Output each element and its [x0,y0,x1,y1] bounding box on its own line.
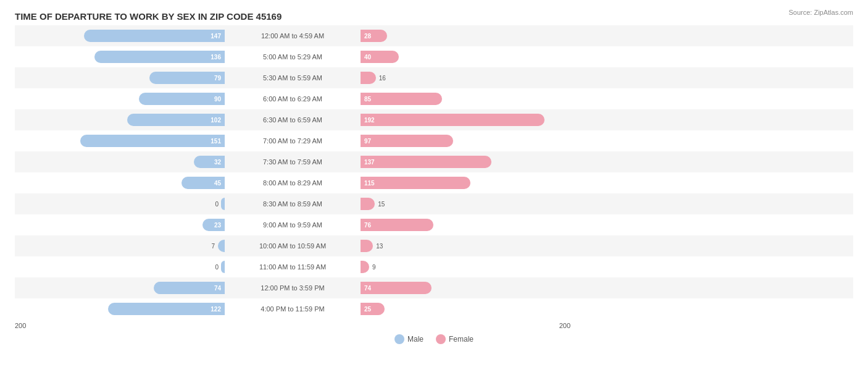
chart-row: 1026:30 AM to 6:59 AM192 [15,109,853,130]
female-bar: 97 [361,135,453,147]
female-bar-label-outside: 15 [375,201,385,208]
female-section: 97 [361,130,570,151]
male-bar-label: 23 [214,222,221,229]
male-section: 79 [15,67,225,88]
male-bar-label: 151 [211,138,221,145]
female-bar-label: 137 [364,159,375,166]
male-bar: 136 [94,51,225,63]
female-section: 9 [361,256,570,277]
male-section: 102 [15,109,225,130]
time-label: 12:00 PM to 3:59 PM [225,284,361,292]
axis-right-val: 200 [559,322,570,329]
time-label: 4:00 PM to 11:59 PM [225,305,361,313]
male-bar: 122 [108,303,225,315]
source-text: Source: ZipAtlas.com [788,9,853,16]
chart-row: 710:00 AM to 10:59 AM13 [15,235,853,256]
female-bar: 15 [361,198,375,210]
female-section: 40 [361,46,570,67]
female-bar-label: 40 [364,54,371,61]
female-bar-label: 97 [364,138,371,145]
chart-area: 14712:00 AM to 4:59 AM281365:00 AM to 5:… [15,25,853,319]
female-section: 16 [361,67,570,88]
female-bar: 76 [361,219,433,231]
male-swatch [394,334,404,344]
female-bar-label: 192 [364,117,375,124]
male-bar: 147 [84,30,225,42]
time-label: 9:00 AM to 9:59 AM [225,221,361,229]
male-bar: 74 [154,282,225,294]
male-bar-label: 79 [214,75,221,82]
female-section: 137 [361,151,570,172]
male-bar-label-outside: 7 [212,243,219,250]
time-label: 5:00 AM to 5:29 AM [225,53,361,61]
time-label: 8:30 AM to 8:59 AM [225,200,361,208]
female-section: 192 [361,109,570,130]
female-swatch [436,334,446,344]
chart-container: TIME OF DEPARTURE TO WORK BY SEX IN ZIP … [0,0,868,367]
chart-title: TIME OF DEPARTURE TO WORK BY SEX IN ZIP … [15,11,853,22]
female-bar: 25 [361,303,385,315]
legend: Male Female [15,334,853,344]
female-section: 25 [361,298,570,319]
chart-row: 7412:00 PM to 3:59 PM74 [15,277,853,298]
female-bar-label: 115 [364,180,375,187]
male-section: 7 [15,235,225,256]
male-section: 0 [15,193,225,214]
male-section: 32 [15,151,225,172]
female-bar: 74 [361,282,432,294]
time-label: 6:30 AM to 6:59 AM [225,116,361,124]
male-bar: 90 [139,93,225,105]
male-bar: 151 [80,135,225,147]
female-bar-label: 76 [364,222,371,229]
male-label: Male [407,335,424,344]
male-section: 45 [15,172,225,193]
male-bar: 7 [218,240,225,252]
male-bar: 23 [202,219,225,231]
chart-row: 1365:00 AM to 5:29 AM40 [15,46,853,67]
male-section: 136 [15,46,225,67]
axis-left-val: 200 [15,322,26,329]
male-bar-label: 32 [214,159,221,166]
male-bar-label: 102 [211,117,221,124]
male-bar-label: 122 [211,306,221,313]
female-bar: 13 [361,240,373,252]
male-bar-label: 74 [214,285,221,292]
female-section: 13 [361,235,570,256]
chart-row: 1517:00 AM to 7:29 AM97 [15,130,853,151]
male-bar: 0 [221,261,225,273]
female-bar-label: 74 [364,285,371,292]
legend-female: Female [436,334,474,344]
chart-row: 795:30 AM to 5:59 AM16 [15,67,853,88]
chart-row: 327:30 AM to 7:59 AM137 [15,151,853,172]
time-label: 8:00 AM to 8:29 AM [225,179,361,187]
female-bar-label: 85 [364,96,371,103]
time-label: 5:30 AM to 5:59 AM [225,74,361,82]
female-bar: 28 [361,30,387,42]
female-section: 15 [361,193,570,214]
male-section: 0 [15,256,225,277]
male-bar-label: 147 [211,33,221,40]
time-label: 7:00 AM to 7:29 AM [225,137,361,145]
female-bar: 85 [361,93,442,105]
chart-row: 08:30 AM to 8:59 AM15 [15,193,853,214]
time-label: 6:00 AM to 6:29 AM [225,95,361,103]
female-bar: 137 [361,156,491,168]
female-section: 74 [361,277,570,298]
chart-row: 906:00 AM to 6:29 AM85 [15,88,853,109]
male-bar: 32 [194,156,225,168]
male-bar-label: 90 [214,96,221,103]
female-bar: 9 [361,261,369,273]
male-section: 23 [15,214,225,235]
male-bar: 0 [221,198,225,210]
time-label: 7:30 AM to 7:59 AM [225,158,361,166]
female-bar-label: 25 [364,306,371,313]
male-bar-label-zero: 0 [215,201,221,208]
time-label: 12:00 AM to 4:59 AM [225,32,361,40]
female-section: 28 [361,25,570,46]
male-bar-label: 45 [214,180,221,187]
female-bar-label-outside: 16 [376,75,386,82]
male-bar: 102 [127,114,225,126]
male-section: 151 [15,130,225,151]
axis-labels: 200 200 [15,322,853,329]
female-section: 76 [361,214,570,235]
